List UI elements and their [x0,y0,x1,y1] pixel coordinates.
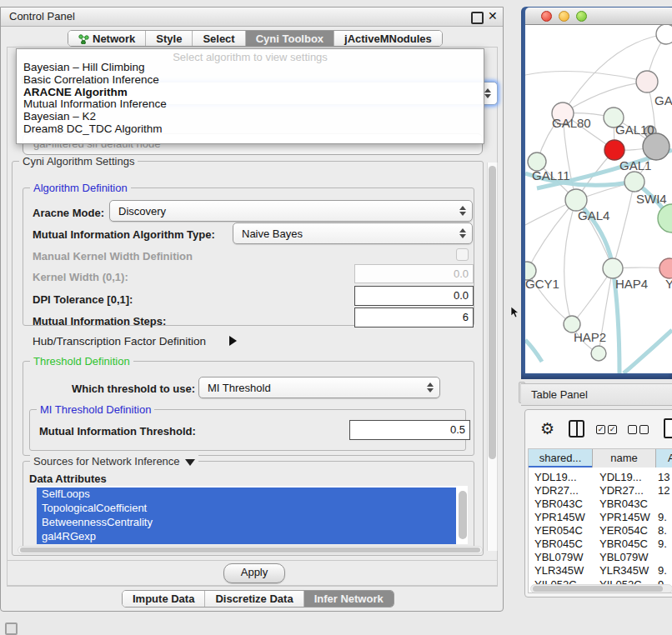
node-swi4[interactable] [624,172,644,192]
tab-jactivemnodules[interactable]: jActiveMNodules [334,31,442,46]
close-traffic-light-icon[interactable] [541,11,552,22]
table-cell[interactable]: YBR043C [534,498,583,510]
node-label: GAL4 [578,208,609,222]
checkbox-checked-icon[interactable]: ✓ [608,425,617,434]
table-cell[interactable]: 8. [658,524,667,537]
node-gal-partial[interactable] [636,71,658,92]
table-settings-gear-icon[interactable]: ⚙ [540,421,554,437]
horizontal-scrollbar-thumb[interactable] [20,548,480,552]
tab-impute-data[interactable]: Impute Data [123,591,205,607]
table-cell[interactable]: YPR145W [599,511,650,523]
table-cell[interactable]: YER054C [534,524,583,537]
divider [7,560,498,561]
manual-kernel-width-label: Manual Kernel Width Definition [33,250,193,262]
network-graph: GAL GAL80 GAL10 GAL1 GAL11 SWI4 GAL4 GCY… [525,25,672,373]
node-bottom-small[interactable] [591,346,606,361]
node-unlabeled-top[interactable] [656,25,672,44]
list-scrollbar-thumb[interactable] [459,491,467,539]
threshold-definition-title: Threshold Definition [30,355,133,368]
table-cell[interactable]: 13 [658,471,669,483]
checkbox-checked-icon[interactable]: ✓ [596,425,605,434]
which-threshold-combobox[interactable]: MI Threshold [198,377,440,398]
table-cell[interactable]: YDR27... [534,484,579,497]
node-label: GCY1 [525,277,559,291]
table-cell[interactable]: YBR045C [534,538,583,550]
node-pink-y[interactable] [659,258,672,278]
popup-item-bayesian-k2[interactable]: Bayesian – K2 [23,110,96,122]
node-gal1[interactable] [604,140,624,160]
network-canvas[interactable]: GAL GAL80 GAL10 GAL1 GAL11 SWI4 GAL4 GCY… [525,25,672,373]
apply-button[interactable]: Apply [223,563,285,583]
vertical-scrollbar[interactable] [487,162,498,551]
table-cell[interactable]: 9. [658,511,667,523]
table-cell[interactable]: YPR145W [534,511,585,523]
table-cell[interactable]: YBR045C [599,538,648,550]
mi-steps-field[interactable]: 6 [354,308,474,328]
network-icon [78,32,89,42]
list-item-gal4rgexp[interactable]: gal4RGexp [37,530,456,544]
node-gray[interactable] [643,133,669,160]
kernel-width-field: 0.0 [354,264,474,283]
combo-arrows-icon [427,382,434,392]
table-cell[interactable]: YLR345W [534,564,584,577]
hub-expand-arrow-icon[interactable] [229,336,237,346]
table-cell[interactable]: YBL079W [534,551,584,563]
table-horizontal-scrollbar[interactable] [530,584,672,593]
zoom-traffic-light-icon[interactable] [576,11,587,22]
sources-group-title: Sources for Network Inference [30,455,198,468]
aracne-mode-combobox[interactable]: Discovery [109,200,473,222]
table-cell[interactable]: 9. [658,564,667,577]
table-panel-titlebar: Table Panel [521,383,672,406]
checkbox-unchecked-icon[interactable] [628,425,637,434]
table-cell[interactable]: YBL079W [599,551,649,563]
table-cell[interactable]: 12 [658,484,669,497]
network-window-titlebar[interactable] [525,8,672,25]
table-cell[interactable]: YBR043C [599,498,648,510]
popup-item-mutual-information[interactable]: Mutual Information Inference [23,98,167,110]
collapsed-panel-icon[interactable] [5,622,18,635]
aracne-mode-label: Aracne Mode: [33,207,104,219]
float-window-icon[interactable] [471,12,484,24]
table-cell[interactable]: YDR27... [599,484,644,497]
tab-network[interactable]: Network [68,31,146,46]
list-item-selfloops[interactable]: SelfLoops [37,488,456,502]
cytopanel-tabs: Network Style Select Cyni Toolbox jActiv… [68,30,443,47]
algorithm-definition-title: Algorithm Definition [30,182,131,194]
collapse-arrow-icon[interactable] [185,459,195,466]
table-cell[interactable]: YDL19... [534,471,577,483]
tab-cyni-toolbox[interactable]: Cyni Toolbox [246,31,334,46]
table-cell[interactable]: YDL19... [599,471,642,483]
mi-threshold-definition-title: MI Threshold Definition [37,403,154,416]
column-header-shared-name[interactable]: shared... [529,449,593,468]
mi-algorithm-type-label: Mutual Information Algorithm Type: [33,228,215,241]
minimize-traffic-light-icon[interactable] [559,11,569,22]
vertical-scrollbar-thumb[interactable] [489,166,496,459]
popup-item-bayesian-hill-climbing[interactable]: Bayesian – Hill Climbing [23,61,145,73]
split-view-icon[interactable] [569,420,584,438]
column-header-name[interactable]: name [593,449,656,468]
mi-threshold-field[interactable]: 0.5 [349,420,470,440]
tab-discretize-data[interactable]: Discretize Data [205,591,303,607]
panel-title: Control Panel [9,10,75,22]
tab-infer-network[interactable]: Infer Network [304,591,394,607]
list-item-topologicalcoefficient[interactable]: TopologicalCoefficient [37,502,456,516]
list-item-betweennesscentrality[interactable]: BetweennessCentrality [37,516,456,530]
popup-item-dream8[interactable]: Dream8 DC_TDC Algorithm [23,122,163,135]
tab-select[interactable]: Select [193,31,245,46]
new-table-icon[interactable] [664,418,672,438]
popup-item-aracne[interactable]: ARACNE Algorithm [23,86,128,98]
close-icon[interactable]: ✕ [488,9,498,22]
table-cell[interactable]: 9. [658,538,667,550]
popup-item-basic-correlation[interactable]: Basic Correlation Inference [23,73,159,86]
checkbox-unchecked-icon[interactable] [639,425,649,434]
table-cell[interactable]: YER054C [599,524,648,537]
node-large-green[interactable] [658,204,672,232]
column-header-partial[interactable]: A [656,449,672,468]
horizontal-scrollbar[interactable] [18,546,483,554]
table-horizontal-scrollbar-thumb[interactable] [533,586,663,592]
tab-style[interactable]: Style [146,31,193,46]
mi-algorithm-type-combobox[interactable]: Naive Bayes [233,222,473,244]
node-hap4[interactable] [603,258,623,278]
dpi-tolerance-field[interactable]: 0.0 [354,286,474,306]
table-cell[interactable]: YLR345W [599,564,649,577]
